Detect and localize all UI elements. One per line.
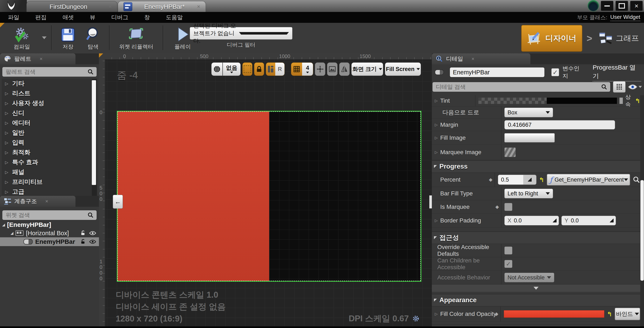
multi-drag-handle-icon[interactable] xyxy=(553,219,556,222)
open-progressbar-link[interactable]: ProgressBar 열기 xyxy=(593,63,641,81)
visibility-eye-icon[interactable] xyxy=(89,231,96,235)
details-scrollbar-track[interactable] xyxy=(640,95,644,328)
tree-row-enemyhpbar-selected[interactable]: EnemyHPBar xyxy=(0,237,99,246)
designer-viewport[interactable]: 0 500 1000 1500 0 5 0 0 1 0 0 0 줌 -4 xyxy=(99,53,432,328)
expander-icon[interactable]: ▷ xyxy=(5,101,12,106)
selection-outline-toggle[interactable] xyxy=(242,62,252,76)
margin-input[interactable]: 0.416667 xyxy=(504,120,615,129)
minimize-button[interactable] xyxy=(601,1,614,11)
palette-category-etc[interactable]: ▷기타 xyxy=(2,78,97,88)
is-marquee-checkbox[interactable] xyxy=(504,203,512,211)
expander-icon[interactable]: ▷ xyxy=(5,130,12,135)
property-matrix-button[interactable] xyxy=(613,81,626,93)
expander-icon[interactable]: ▷ xyxy=(5,140,12,145)
scroll-right-button[interactable] xyxy=(429,195,432,208)
expander-icon[interactable]: ▷ xyxy=(5,170,12,175)
browse-binding-icon[interactable] xyxy=(633,176,640,183)
tint-color-swatch[interactable] xyxy=(478,98,617,104)
percent-binding-dropdown[interactable]: ƒ Get_EnemyHPBar_Percent xyxy=(547,174,630,186)
designer-mode-button[interactable]: 디자이너 xyxy=(521,25,582,52)
hierarchy-search[interactable] xyxy=(2,210,97,220)
visibility-eye-icon[interactable] xyxy=(89,239,96,244)
details-scrollbar-thumb[interactable] xyxy=(640,180,644,281)
expander-icon[interactable]: ▷ xyxy=(435,218,440,223)
display-filter-button[interactable] xyxy=(628,84,642,90)
unlock-icon[interactable] xyxy=(80,239,86,245)
expander-icon[interactable]: ▷ xyxy=(5,189,12,194)
save-button[interactable]: 저장 xyxy=(55,25,80,50)
is-variable-checkbox[interactable]: ✓ xyxy=(551,68,559,76)
screen-size-dropdown[interactable]: 화면 크기 xyxy=(351,62,383,76)
palette-category-common[interactable]: ▷일반 xyxy=(2,128,97,138)
border-padding-y-input[interactable]: Y 0.0 xyxy=(562,216,616,225)
expander-icon[interactable]: ▷ xyxy=(5,81,12,86)
r-toggle[interactable]: R xyxy=(275,63,284,76)
palette-category-input[interactable]: ▷입력 xyxy=(2,138,97,147)
override-accessible-checkbox[interactable] xyxy=(504,247,512,255)
tab-close-icon[interactable]: × xyxy=(197,3,200,10)
reset-to-default-icon[interactable]: ↰ xyxy=(607,311,612,318)
tree-row-horizontal-box[interactable]: ◢ [Horizontal Box] xyxy=(0,229,99,237)
grid-snapping-button[interactable]: 4 xyxy=(291,62,313,76)
advanced-expander[interactable] xyxy=(432,285,640,292)
compile-options-arrow-icon[interactable] xyxy=(42,36,46,39)
details-tab[interactable]: 디테일 × xyxy=(432,53,530,64)
percent-input[interactable]: 0.5 xyxy=(498,175,536,185)
canvas-grid[interactable]: 줌 -4 없음 xyxy=(105,60,432,328)
palette-search-input[interactable] xyxy=(5,68,88,75)
palette-category-primitive[interactable]: ▷프리미티브 xyxy=(2,177,97,187)
expander-icon[interactable]: ▷ xyxy=(5,150,12,155)
expander-icon[interactable]: ▷ xyxy=(5,180,12,185)
palette-scrollbar-thumb[interactable] xyxy=(92,80,96,185)
expander-icon[interactable]: ▷ xyxy=(5,111,12,116)
transform-mode-button[interactable] xyxy=(315,62,325,76)
lock-widgets-toggle[interactable] xyxy=(254,62,264,76)
menu-asset[interactable]: 애셋 xyxy=(54,13,82,21)
details-search[interactable] xyxy=(432,82,610,92)
flip-preview-button[interactable] xyxy=(339,62,350,76)
expander-icon[interactable]: ◢ xyxy=(2,222,5,227)
compile-button[interactable]: 컴파일 xyxy=(3,25,41,50)
fill-image-swatch[interactable] xyxy=(504,133,555,142)
panel-close-icon[interactable]: × xyxy=(40,56,42,62)
parent-class-link[interactable]: User Widget xyxy=(610,14,640,21)
maximize-button[interactable] xyxy=(616,1,628,11)
palette-category-advanced[interactable]: ▷고급 xyxy=(2,187,97,197)
section-accessibility[interactable]: 접근성 xyxy=(432,231,640,244)
unlock-icon[interactable] xyxy=(80,230,86,236)
palette-tab[interactable]: 팔레트 × xyxy=(0,53,76,64)
menu-file[interactable]: 파일 xyxy=(0,13,27,21)
border-padding-x-input[interactable]: X 0.0 xyxy=(504,216,559,225)
panel-close-icon[interactable]: × xyxy=(472,56,474,62)
expander-icon[interactable]: ▷ xyxy=(435,312,440,316)
section-appearance[interactable]: Appearance xyxy=(432,294,640,307)
grid-size-dropdown[interactable]: 4 xyxy=(302,63,313,76)
expander-icon[interactable]: ▷ xyxy=(435,135,440,140)
expander-icon[interactable]: ▷ xyxy=(5,120,12,125)
enemyhpbar-widget-preview[interactable] xyxy=(117,111,421,282)
draw-as-dropdown[interactable]: Box xyxy=(504,108,553,117)
fill-color-bind-dropdown[interactable]: 바인드 xyxy=(615,308,640,320)
localization-preview-button[interactable]: 없음 xyxy=(211,62,241,76)
details-search-input[interactable] xyxy=(436,84,601,90)
menu-view[interactable]: 뷰 xyxy=(82,13,103,21)
fill-color-swatch[interactable] xyxy=(504,310,604,318)
section-progress[interactable]: Progress xyxy=(432,160,640,173)
expander-icon[interactable]: ▷ xyxy=(5,91,12,96)
expander-icon[interactable]: ▷ xyxy=(435,98,440,103)
palette-category-editor[interactable]: ▷에디터 xyxy=(2,118,97,128)
tab-enemyhpbar[interactable]: EnemyHPBar* × xyxy=(118,1,206,12)
debug-object-dropdown[interactable]: 선택된 디버그 오브젝트가 없습니다. xyxy=(190,27,292,39)
widget-reflector-button[interactable]: 위젯 리플렉터 xyxy=(113,25,159,50)
scroll-left-button[interactable]: ← xyxy=(113,195,123,209)
expander-icon[interactable]: ▷ xyxy=(435,150,440,155)
tint-alpha-swatch[interactable] xyxy=(620,98,623,104)
fill-screen-dropdown[interactable]: Fill Screen xyxy=(385,62,421,76)
multi-drag-handle-icon[interactable] xyxy=(523,175,536,185)
palette-category-list[interactable]: ▷리스트 xyxy=(2,88,97,98)
palette-category-panel[interactable]: ▷패널 xyxy=(2,167,97,177)
browse-button[interactable]: 탐색 xyxy=(80,25,106,50)
tab-firstdungeon[interactable]: FirstDungeon × xyxy=(26,1,118,12)
tree-row-root[interactable]: ◢ [EnemyHPBar] xyxy=(0,221,99,229)
preview-background-button[interactable] xyxy=(327,62,338,76)
